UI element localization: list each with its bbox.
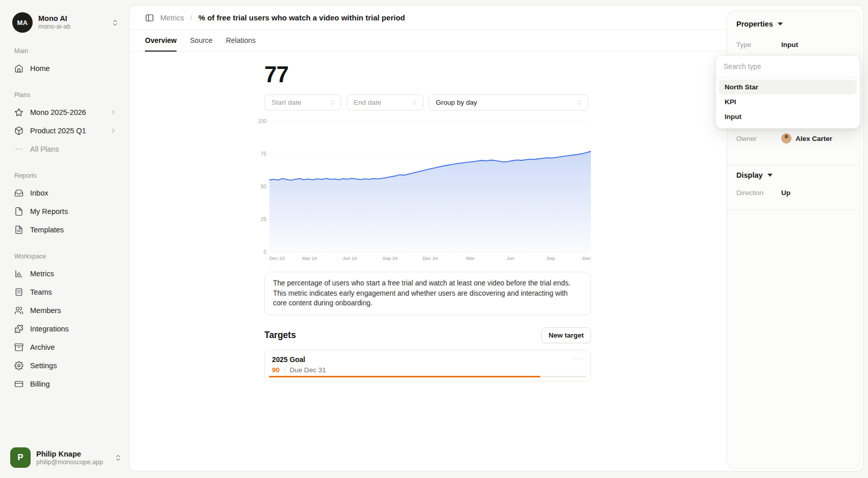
tab-relations[interactable]: Relations bbox=[226, 30, 256, 52]
display-section-toggle[interactable]: Display bbox=[727, 165, 860, 184]
sidebar-item-inbox[interactable]: Inbox bbox=[10, 184, 121, 202]
end-date-field[interactable] bbox=[354, 99, 411, 106]
owner-property-row: Owner Alex Carter bbox=[727, 129, 860, 148]
gear-icon bbox=[14, 361, 23, 370]
svg-text:75: 75 bbox=[261, 151, 267, 157]
owner-avatar bbox=[781, 133, 791, 144]
end-date-input[interactable] bbox=[346, 94, 424, 110]
direction-value[interactable]: Up bbox=[781, 189, 790, 197]
target-value: 90 bbox=[272, 366, 280, 374]
archive-icon bbox=[14, 343, 23, 352]
group-by-value: Group by day bbox=[436, 99, 477, 106]
target-card[interactable]: 2025 Goal 90 | Due Dec 31 ··· bbox=[264, 350, 591, 381]
sidebar-item-label: Templates bbox=[30, 226, 64, 234]
type-dropdown-popup: North Star KPI Input bbox=[715, 55, 860, 129]
new-target-button[interactable]: New target bbox=[541, 327, 591, 343]
ellipsis-icon bbox=[14, 145, 23, 154]
type-option-north-star[interactable]: North Star bbox=[719, 80, 857, 94]
targets-heading: Targets bbox=[264, 330, 296, 341]
users-icon bbox=[14, 306, 23, 315]
type-option-input[interactable]: Input bbox=[719, 109, 857, 124]
svg-text:100: 100 bbox=[258, 118, 266, 124]
svg-text:Mar 24: Mar 24 bbox=[302, 255, 317, 261]
chevrons-up-down-icon bbox=[114, 454, 122, 462]
svg-text:0: 0 bbox=[263, 249, 266, 255]
sidebar-item-all-plans[interactable]: All Plans bbox=[10, 140, 121, 158]
type-search-input[interactable] bbox=[724, 63, 852, 70]
home-icon bbox=[14, 64, 23, 73]
breadcrumb-metrics-link[interactable]: Metrics bbox=[160, 14, 184, 22]
type-property-row: Type Input bbox=[727, 36, 860, 53]
sidebar-item-members[interactable]: Members bbox=[10, 301, 121, 320]
stepper-up-down-icon bbox=[329, 99, 336, 106]
group-by-select[interactable]: Group by day bbox=[429, 94, 588, 110]
sidebar-item-billing[interactable]: Billing bbox=[10, 375, 121, 393]
sidebar-item-settings[interactable]: Settings bbox=[10, 356, 121, 375]
sidebar-item-templates[interactable]: Templates bbox=[10, 221, 121, 239]
sidebar-item-mono-2025-2026[interactable]: Mono 2025-2026 bbox=[10, 103, 121, 122]
owner-label: Owner bbox=[736, 135, 781, 142]
sidebar-item-label: Mono 2025-2026 bbox=[30, 108, 86, 116]
svg-text:Dec 24: Dec 24 bbox=[423, 255, 438, 261]
user-name: Philip Knape bbox=[36, 449, 103, 459]
chevron-right-icon bbox=[110, 127, 117, 134]
sidebar-section-main: Main Home bbox=[10, 47, 121, 78]
file-icon bbox=[14, 207, 23, 216]
tab-overview[interactable]: Overview bbox=[145, 30, 177, 52]
inbox-icon bbox=[14, 188, 23, 198]
svg-text:Jun 24: Jun 24 bbox=[342, 255, 357, 261]
sidebar-item-label: Archive bbox=[30, 343, 55, 351]
svg-text:50: 50 bbox=[261, 184, 267, 189]
sidebar-item-metrics[interactable]: Metrics bbox=[10, 265, 121, 283]
svg-text:Mar: Mar bbox=[466, 255, 475, 261]
target-menu-icon[interactable]: ··· bbox=[573, 353, 583, 362]
sidebar-item-product-2025-q1[interactable]: Product 2025 Q1 bbox=[10, 122, 121, 140]
start-date-field[interactable] bbox=[271, 99, 329, 106]
panel-divider bbox=[727, 209, 860, 210]
sidebar-item-label: Billing bbox=[30, 380, 50, 388]
panel-left-icon[interactable] bbox=[145, 13, 154, 22]
type-search-row bbox=[716, 56, 860, 78]
chevron-right-icon bbox=[110, 109, 117, 116]
section-label: Reports bbox=[10, 172, 121, 179]
sidebar-item-my-reports[interactable]: My Reports bbox=[10, 202, 121, 221]
star-icon bbox=[14, 108, 23, 117]
credit-card-icon bbox=[14, 379, 23, 389]
section-label: Main bbox=[10, 47, 121, 55]
sidebar-item-label: Integrations bbox=[30, 325, 69, 333]
breadcrumb-separator: / bbox=[190, 14, 192, 22]
start-date-input[interactable] bbox=[264, 94, 341, 110]
svg-text:Sep: Sep bbox=[547, 255, 555, 261]
type-option-kpi[interactable]: KPI bbox=[719, 94, 857, 109]
properties-section-toggle[interactable]: Properties bbox=[727, 11, 860, 36]
sidebar-section-reports: Reports Inbox My Reports Templates bbox=[10, 172, 121, 239]
workspace-slug: mono-ai-ab bbox=[38, 23, 70, 31]
sidebar-item-label: All Plans bbox=[30, 145, 59, 153]
tab-source[interactable]: Source bbox=[190, 30, 212, 52]
chevron-down-icon bbox=[778, 22, 783, 26]
sidebar-item-archive[interactable]: Archive bbox=[10, 338, 121, 356]
sidebar-item-home[interactable]: Home bbox=[10, 59, 121, 78]
sidebar-item-integrations[interactable]: Integrations bbox=[10, 320, 121, 338]
metric-line-chart: 0255075100Dec 23Mar 24Jun 24Sep 24Dec 24… bbox=[257, 114, 591, 264]
workspace-name: Mono AI bbox=[38, 14, 70, 23]
workspace-switcher[interactable]: MA Mono AI mono-ai-ab bbox=[10, 11, 121, 34]
stepper-up-down-icon bbox=[411, 99, 418, 106]
sidebar-item-teams[interactable]: Teams bbox=[10, 283, 121, 301]
owner-value[interactable]: Alex Carter bbox=[781, 133, 832, 144]
sidebar-item-label: Teams bbox=[30, 288, 52, 296]
target-due-date: Due Dec 31 bbox=[290, 366, 326, 374]
target-progress-fill bbox=[269, 376, 540, 377]
sidebar-item-label: Settings bbox=[30, 362, 57, 370]
direction-label: Direction bbox=[736, 189, 781, 197]
type-value[interactable]: Input bbox=[781, 41, 798, 49]
bar-chart-icon bbox=[14, 269, 23, 278]
chevron-down-icon bbox=[767, 174, 773, 177]
sidebar-section-workspace: Workspace Metrics Teams Members Integrat… bbox=[10, 253, 121, 393]
user-menu[interactable]: P Philip Knape philip@monoscope.app bbox=[10, 447, 122, 468]
sidebar: MA Mono AI mono-ai-ab Main Home Plans Mo… bbox=[0, 0, 129, 478]
sidebar-item-label: Members bbox=[30, 306, 61, 315]
file-text-icon bbox=[14, 225, 23, 234]
properties-heading: Properties bbox=[736, 20, 773, 28]
building-icon bbox=[14, 288, 23, 297]
